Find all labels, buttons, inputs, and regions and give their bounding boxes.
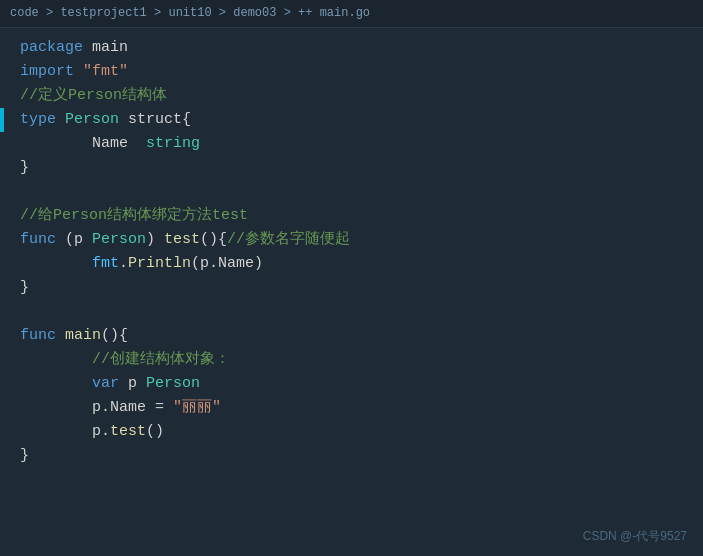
code-token: test	[164, 231, 200, 248]
code-token: //创建结构体对象：	[92, 351, 230, 368]
code-token	[20, 423, 92, 440]
code-token: "丽丽"	[173, 399, 221, 416]
code-line: func main(){	[0, 324, 703, 348]
code-token: (p	[56, 231, 92, 248]
code-token: Person	[92, 231, 146, 248]
code-token	[56, 111, 65, 128]
line-content: }	[4, 156, 29, 180]
code-token: import	[20, 63, 74, 80]
code-line: p.Name = "丽丽"	[0, 396, 703, 420]
code-line: func (p Person) test(){//参数名字随便起	[0, 228, 703, 252]
code-token: type	[20, 111, 56, 128]
line-content: fmt.Println(p.Name)	[4, 252, 263, 276]
code-token: .	[119, 255, 128, 272]
code-token: package	[20, 39, 83, 56]
line-content: //定义Person结构体	[4, 84, 167, 108]
code-token: string	[128, 135, 200, 152]
line-content: }	[4, 444, 29, 468]
code-token	[20, 399, 92, 416]
code-line: p.test()	[0, 420, 703, 444]
code-token: "fmt"	[83, 63, 128, 80]
code-token	[20, 351, 92, 368]
code-token: )	[146, 231, 164, 248]
code-token: }	[20, 447, 29, 464]
code-token	[56, 327, 65, 344]
code-token: Println	[128, 255, 191, 272]
line-content: func main(){	[4, 324, 128, 348]
code-line: package main	[0, 36, 703, 60]
code-line: //创建结构体对象：	[0, 348, 703, 372]
code-token: //定义Person结构体	[20, 87, 167, 104]
line-content: p.Name = "丽丽"	[4, 396, 221, 420]
breadcrumb-text: code > testproject1 > unit10 > demo03 > …	[10, 6, 370, 20]
line-content: package main	[4, 36, 128, 60]
code-token: func	[20, 231, 56, 248]
code-token: //给Person结构体绑定方法test	[20, 207, 248, 224]
line-content: type Person struct{	[4, 108, 191, 132]
code-line	[0, 180, 703, 204]
code-token: p.Name =	[92, 399, 173, 416]
code-line: //定义Person结构体	[0, 84, 703, 108]
line-content	[4, 300, 29, 324]
code-token: //参数名字随便起	[227, 231, 350, 248]
code-line: var p Person	[0, 372, 703, 396]
code-token: (p.Name)	[191, 255, 263, 272]
code-line: }	[0, 156, 703, 180]
line-content: var p Person	[4, 372, 200, 396]
code-container: package mainimport "fmt"//定义Person结构体typ…	[0, 28, 703, 556]
code-line: //给Person结构体绑定方法test	[0, 204, 703, 228]
code-token	[20, 135, 92, 152]
code-token: (){	[101, 327, 128, 344]
code-token	[74, 63, 83, 80]
code-token	[20, 255, 92, 272]
code-token: main	[83, 39, 128, 56]
line-content: func (p Person) test(){//参数名字随便起	[4, 228, 350, 252]
code-token: var	[92, 375, 119, 392]
line-content: //给Person结构体绑定方法test	[4, 204, 248, 228]
code-token: fmt	[92, 255, 119, 272]
code-token	[20, 375, 92, 392]
code-line: }	[0, 444, 703, 468]
line-content	[4, 180, 29, 204]
code-line: }	[0, 276, 703, 300]
code-line: Name string	[0, 132, 703, 156]
code-token: }	[20, 279, 29, 296]
line-content: }	[4, 276, 29, 300]
code-token: p	[119, 375, 146, 392]
code-token: main	[65, 327, 101, 344]
code-token: Person	[146, 375, 200, 392]
line-content: import "fmt"	[4, 60, 128, 84]
line-content: Name string	[4, 132, 200, 156]
code-line: import "fmt"	[0, 60, 703, 84]
code-token: Name	[92, 135, 128, 152]
code-token: p.	[92, 423, 110, 440]
code-line: fmt.Println(p.Name)	[0, 252, 703, 276]
code-line	[0, 300, 703, 324]
code-token: struct{	[119, 111, 191, 128]
code-token: }	[20, 159, 29, 176]
code-token: (){	[200, 231, 227, 248]
breadcrumb-bar: code > testproject1 > unit10 > demo03 > …	[0, 0, 703, 28]
watermark: CSDN @-代号9527	[583, 527, 687, 546]
line-content: //创建结构体对象：	[4, 348, 230, 372]
code-token: test	[110, 423, 146, 440]
code-line: type Person struct{	[0, 108, 703, 132]
code-token: ()	[146, 423, 164, 440]
code-token: Person	[65, 111, 119, 128]
line-content: p.test()	[4, 420, 164, 444]
code-token: func	[20, 327, 56, 344]
